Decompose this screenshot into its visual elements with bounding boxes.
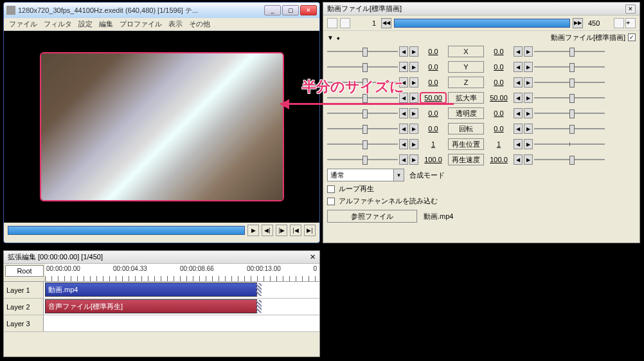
loop-checkbox[interactable] [327, 185, 335, 193]
param-label-button[interactable]: 再生位置 [448, 138, 484, 150]
menu-filter[interactable]: フィルタ [44, 19, 72, 29]
menu-profile[interactable]: プロファイル [120, 19, 162, 29]
slider-right[interactable] [534, 92, 605, 104]
layer-label[interactable]: Layer 3 [4, 315, 44, 331]
param-label-button[interactable]: Y [448, 61, 484, 73]
dec-right-icon[interactable]: ◀ [514, 46, 523, 57]
minimize-button[interactable]: _ [264, 5, 281, 15]
reference-file-button[interactable]: 参照ファイル [327, 210, 417, 223]
value-left[interactable]: 0.0 [420, 109, 447, 117]
dec-left-icon[interactable]: ◀ [399, 62, 408, 72]
inc-right-icon[interactable]: ▶ [524, 77, 533, 88]
frame-end[interactable]: 450 [586, 19, 611, 27]
inc-left-icon[interactable]: ▶ [409, 124, 418, 134]
video-clip[interactable]: 動画.mp4 [45, 282, 257, 297]
menu-file[interactable]: ファイル [9, 19, 37, 29]
dec-left-icon[interactable]: ◀ [399, 46, 408, 57]
inc-left-icon[interactable]: ▶ [409, 108, 418, 118]
param-label-button[interactable]: 透明度 [448, 107, 484, 119]
value-right[interactable]: 0.0 [485, 109, 512, 117]
dec-right-icon[interactable]: ◀ [514, 139, 523, 149]
inc-left-icon[interactable]: ▶ [409, 46, 418, 57]
inc-right-icon[interactable]: ▶ [524, 93, 533, 103]
value-left[interactable]: 0.0 [420, 125, 447, 133]
chevron-down-icon[interactable]: ▼ [393, 169, 404, 181]
slider-right[interactable] [534, 61, 605, 73]
dec-right-icon[interactable]: ◀ [514, 77, 523, 88]
value-right[interactable]: 0.0 [485, 79, 512, 86]
param-label-button[interactable]: 拡大率 [448, 92, 484, 104]
inc-right-icon[interactable]: ▶ [524, 46, 533, 57]
value-left[interactable]: 0.0 [420, 79, 447, 86]
timeline-close-button[interactable]: ✕ [310, 253, 316, 261]
slider-left[interactable] [327, 138, 398, 150]
alpha-checkbox[interactable] [327, 198, 335, 205]
menu-edit[interactable]: 編集 [99, 19, 113, 29]
dec-left-icon[interactable]: ◀ [399, 154, 408, 165]
value-left[interactable]: 50.00 [420, 92, 447, 104]
slider-right[interactable] [534, 46, 605, 57]
dec-right-icon[interactable]: ◀ [514, 124, 523, 134]
slider-right[interactable] [534, 123, 605, 134]
inc-left-icon[interactable]: ▶ [409, 62, 418, 72]
titlebar[interactable]: 1280x720_30fps_44100Hz.exedit (640,480) … [4, 3, 319, 18]
maximize-button[interactable]: ▢ [282, 5, 299, 15]
step-back-button[interactable]: ◀| [262, 225, 273, 236]
root-button[interactable]: Root [5, 265, 44, 277]
inc-left-icon[interactable]: ▶ [409, 77, 418, 88]
step-fwd-button[interactable]: |▶ [276, 225, 287, 236]
value-left[interactable]: 1 [420, 140, 447, 148]
inc-left-icon[interactable]: ▶ [409, 139, 418, 149]
dec-right-icon[interactable]: ◀ [514, 93, 523, 103]
inc-right-icon[interactable]: ▶ [524, 62, 533, 72]
frame-seek-end-icon[interactable]: ▶▶ [573, 18, 583, 28]
menu-view[interactable]: 表示 [168, 19, 183, 29]
param-label-button[interactable]: 回転 [448, 123, 484, 134]
layer-label[interactable]: Layer 2 [4, 299, 44, 315]
param-label-button[interactable]: 再生速度 [448, 154, 484, 165]
slider-right[interactable] [534, 77, 605, 88]
value-right[interactable]: 1 [485, 140, 512, 148]
dec-right-icon[interactable]: ◀ [514, 108, 523, 118]
toolbar-icon-2[interactable] [340, 18, 350, 28]
frame-seek-bar[interactable] [394, 19, 570, 28]
seek-track[interactable] [8, 226, 245, 235]
menu-settings[interactable]: 設定 [78, 19, 93, 29]
close-button[interactable]: ✕ [300, 5, 317, 15]
props-titlebar[interactable]: 動画ファイル[標準描画] ✕ [323, 3, 640, 15]
layer-track[interactable] [44, 315, 319, 331]
value-right[interactable]: 0.0 [485, 63, 512, 71]
go-end-button[interactable]: ▶| [304, 225, 316, 236]
collapse-toggle-icon[interactable]: ▼ [327, 34, 334, 41]
value-right[interactable]: 0.0 [485, 48, 512, 55]
inc-left-icon[interactable]: ▶ [409, 154, 418, 165]
param-label-button[interactable]: Z [448, 77, 484, 88]
menu-other[interactable]: その他 [189, 19, 210, 29]
slider-left[interactable] [327, 61, 398, 73]
inc-right-icon[interactable]: ▶ [524, 124, 533, 134]
inc-right-icon[interactable]: ▶ [524, 108, 533, 118]
value-right[interactable]: 50.00 [485, 94, 512, 102]
frame-seek-start-icon[interactable]: ◀◀ [381, 18, 391, 28]
slider-right[interactable] [534, 154, 605, 165]
toolbar-icon-1[interactable] [327, 18, 337, 28]
dec-right-icon[interactable]: ◀ [514, 62, 523, 72]
value-left[interactable]: 100.0 [420, 156, 447, 163]
layer-label[interactable]: Layer 1 [4, 282, 44, 298]
slider-left[interactable] [327, 154, 398, 165]
toolbar-plus-icon[interactable]: + [625, 18, 636, 28]
dec-left-icon[interactable]: ◀ [399, 124, 408, 134]
go-start-button[interactable]: |◀ [290, 225, 301, 236]
audio-clip[interactable]: 音声ファイル[標準再生] [45, 299, 257, 313]
param-label-button[interactable]: X [448, 46, 484, 57]
inc-right-icon[interactable]: ▶ [524, 154, 533, 165]
slider-left[interactable] [327, 107, 398, 119]
dec-left-icon[interactable]: ◀ [399, 139, 408, 149]
inc-right-icon[interactable]: ▶ [524, 139, 533, 149]
ruler-area[interactable]: 00:00:00.00 00:00:04.33 00:00:08.66 00:0… [45, 264, 319, 281]
toolbar-icon-3[interactable] [614, 18, 624, 28]
value-right[interactable]: 100.0 [485, 156, 512, 163]
props-close-button[interactable]: ✕ [625, 5, 636, 14]
value-right[interactable]: 0.0 [485, 125, 512, 133]
dec-right-icon[interactable]: ◀ [514, 154, 523, 165]
